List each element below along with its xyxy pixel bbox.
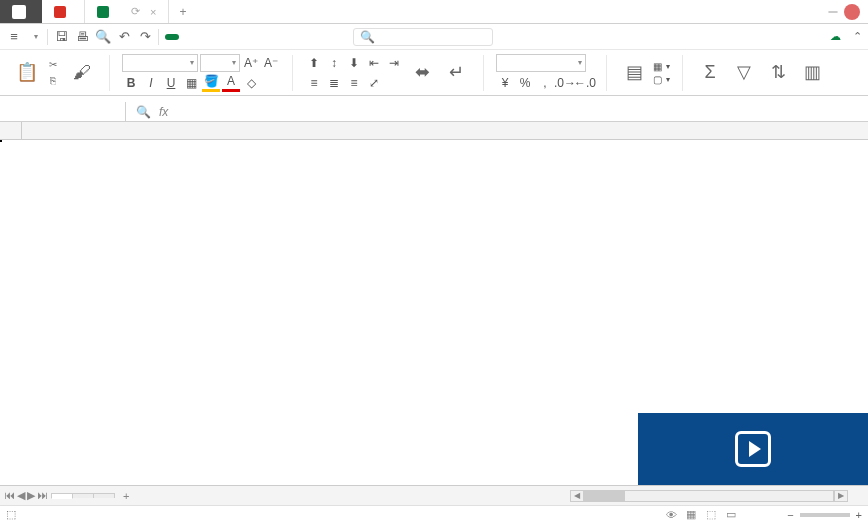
doc-tab-daoke[interactable]	[42, 0, 85, 23]
file-menu[interactable]: ▾	[27, 30, 42, 43]
name-box[interactable]	[0, 102, 126, 121]
save-icon[interactable]: 🖫	[53, 29, 69, 45]
ribbon-tab-view[interactable]	[285, 34, 299, 40]
scroll-left-icon[interactable]: ◀	[570, 490, 584, 502]
sort-button[interactable]: ⇅	[763, 63, 793, 83]
brush-icon: 🖌	[73, 63, 91, 81]
dec-inc-icon[interactable]: .0→	[556, 74, 574, 92]
scroll-right-icon[interactable]: ▶	[834, 490, 848, 502]
currency-icon[interactable]: ¥	[496, 74, 514, 92]
scroll-track[interactable]	[584, 490, 834, 502]
font-name-combo[interactable]: ▾	[122, 54, 198, 72]
sum-button[interactable]: Σ	[695, 63, 725, 83]
cond-format-button[interactable]: ▤	[619, 63, 649, 83]
clear-format-icon[interactable]: ◇	[242, 74, 260, 92]
wrap-text-button[interactable]: ↵	[441, 63, 471, 83]
formula-bar: 🔍 fx	[0, 102, 868, 122]
redo-icon[interactable]: ↷	[137, 29, 153, 45]
italic-icon[interactable]: I	[142, 74, 160, 92]
command-search[interactable]: 🔍	[353, 28, 493, 46]
fill-button[interactable]: ▥	[797, 63, 827, 83]
filter-button[interactable]: ▽	[729, 63, 759, 83]
format-painter-button[interactable]: 🖌	[67, 63, 97, 83]
prev-sheet-icon[interactable]: ◀	[17, 489, 25, 502]
last-sheet-icon[interactable]: ⏭	[37, 489, 48, 502]
fill-color-icon[interactable]: 🪣	[202, 74, 220, 92]
new-tab-button[interactable]: +	[169, 0, 196, 23]
cut-icon: ✂	[46, 58, 60, 72]
align-center-icon[interactable]: ≣	[325, 74, 343, 92]
sheet-tab-1[interactable]	[51, 493, 73, 499]
add-sheet-button[interactable]: +	[115, 490, 137, 502]
comma-icon[interactable]: ,	[536, 74, 554, 92]
percent-icon[interactable]: %	[516, 74, 534, 92]
bold-icon[interactable]: B	[122, 74, 140, 92]
select-all-corner[interactable]	[0, 122, 22, 139]
ribbon-tab-dev[interactable]	[305, 34, 319, 40]
view-read-icon[interactable]: ▭	[723, 508, 739, 522]
orientation-icon[interactable]: ⤢	[365, 74, 383, 92]
underline-icon[interactable]: U	[162, 74, 180, 92]
first-sheet-icon[interactable]: ⏮	[4, 489, 15, 502]
notice-badge[interactable]	[828, 11, 838, 13]
print-icon[interactable]: 🖶	[74, 29, 90, 45]
zoom-out-button[interactable]: −	[787, 509, 793, 521]
search-input[interactable]	[379, 31, 486, 43]
number-format-combo[interactable]: ▾	[496, 54, 586, 72]
border-icon[interactable]: ▦	[182, 74, 200, 92]
dec-dec-icon[interactable]: ←.0	[576, 74, 594, 92]
font-size-combo[interactable]: ▾	[200, 54, 240, 72]
align-middle-icon[interactable]: ↕	[325, 54, 343, 72]
cloud-icon: ☁	[830, 30, 841, 43]
ribbon-tab-insert[interactable]	[185, 34, 199, 40]
align-right-icon[interactable]: ≡	[345, 74, 363, 92]
sync-status[interactable]: ☁ ⌃	[830, 30, 862, 43]
doc-tab-active[interactable]: ⟳ ×	[85, 0, 169, 23]
menu-icon[interactable]: ≡	[6, 29, 22, 45]
cell-style-button[interactable]: ▢▾	[653, 74, 670, 85]
ribbon-tab-pagelayout[interactable]	[205, 34, 219, 40]
decrease-font-icon[interactable]: A⁻	[262, 54, 280, 72]
view-normal-icon[interactable]: ▦	[683, 508, 699, 522]
view-eye-icon[interactable]: 👁	[663, 508, 679, 522]
align-top-icon[interactable]: ⬆	[305, 54, 323, 72]
copy-icon: ⎘	[46, 74, 60, 88]
ribbon-tab-review[interactable]	[265, 34, 279, 40]
align-bottom-icon[interactable]: ⬇	[345, 54, 363, 72]
sheet-tab-2[interactable]	[72, 493, 94, 498]
ribbon-tab-data[interactable]	[245, 34, 259, 40]
merge-center-button[interactable]: ⬌	[407, 63, 437, 83]
copy-button[interactable]: ⎘	[46, 74, 63, 88]
preview-icon[interactable]: 🔍	[95, 29, 111, 45]
view-page-icon[interactable]: ⬚	[703, 508, 719, 522]
indent-inc-icon[interactable]: ⇥	[385, 54, 403, 72]
increase-font-icon[interactable]: A⁺	[242, 54, 260, 72]
fx-icon[interactable]: fx	[159, 105, 168, 119]
filter-icon: ▽	[737, 63, 751, 81]
paste-button[interactable]: 📋	[12, 63, 42, 83]
sheet-tab-3[interactable]	[93, 493, 115, 498]
table-style-button[interactable]: ▦▾	[653, 61, 670, 72]
next-sheet-icon[interactable]: ▶	[27, 489, 35, 502]
scroll-thumb[interactable]	[585, 491, 625, 501]
cut-button[interactable]: ✂	[46, 58, 63, 72]
ribbon-tab-member[interactable]	[325, 34, 339, 40]
ribbon-tab-start[interactable]	[165, 34, 179, 40]
zoom-icon[interactable]: 🔍	[136, 105, 151, 119]
menubar: ≡ ▾ 🖫 🖶 🔍 ↶ ↷ 🔍 ☁ ⌃	[0, 24, 868, 50]
doc-icon	[54, 6, 66, 18]
h-scrollbar[interactable]: ◀ ▶	[137, 490, 868, 502]
undo-icon[interactable]: ↶	[116, 29, 132, 45]
align-left-icon[interactable]: ≡	[305, 74, 323, 92]
font-color-icon[interactable]: A	[222, 74, 240, 92]
watermark: const data = JSON.parse(document.getElem…	[638, 413, 868, 485]
ribbon-tab-formula[interactable]	[225, 34, 239, 40]
status-indicator-icon[interactable]: ⬚	[6, 508, 16, 521]
refresh-icon[interactable]: ⟳	[131, 5, 140, 18]
zoom-in-button[interactable]: +	[856, 509, 862, 521]
zoom-slider[interactable]	[800, 513, 850, 517]
collapse-ribbon-icon[interactable]: ⌃	[853, 30, 862, 43]
avatar[interactable]	[844, 4, 860, 20]
close-icon[interactable]: ×	[150, 6, 156, 18]
indent-dec-icon[interactable]: ⇤	[365, 54, 383, 72]
